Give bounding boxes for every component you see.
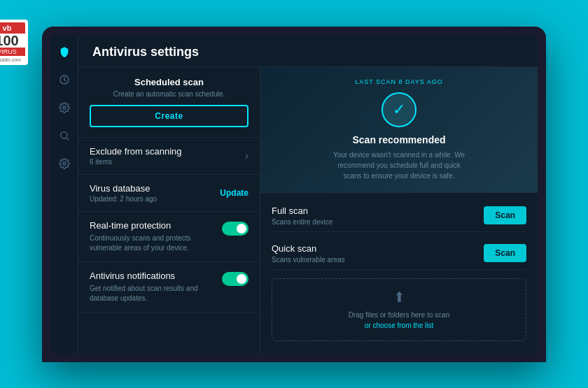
scan-panel: LAST SCAN 8 DAYS AGO ✓ Scan recommended … xyxy=(260,67,538,354)
sidebar xyxy=(50,35,78,354)
main-content: Antivirus settings Scheduled scan Create… xyxy=(78,35,538,354)
sidebar-item-clock[interactable] xyxy=(56,71,73,88)
create-schedule-button[interactable]: Create xyxy=(90,105,248,127)
full-scan-info: Full scan Scans entire device xyxy=(272,206,332,226)
vb-site-label: virusbtn.com xyxy=(0,57,25,62)
choose-from-list-link[interactable]: or choose from the list xyxy=(365,322,433,329)
svg-line-3 xyxy=(66,138,69,140)
vb-label: vb xyxy=(0,22,25,34)
page-header: Antivirus settings xyxy=(78,35,538,67)
full-scan-button[interactable]: Scan xyxy=(484,206,526,224)
last-scan-badge: LAST SCAN 8 DAYS AGO xyxy=(274,78,524,85)
notifications-title: Antivirus notifications xyxy=(90,271,209,281)
vb-virus-label: VIRUS xyxy=(0,48,25,56)
exclude-title: Exclude from scanning xyxy=(90,146,182,157)
virus-database-item: Virus database Updated: 2 hours ago Upda… xyxy=(78,175,260,212)
shield-checkmark-icon: ✓ xyxy=(393,101,405,119)
drag-drop-icon: ⬆ xyxy=(282,289,516,306)
chevron-right-icon: › xyxy=(245,150,248,162)
scheduled-scan-title: Scheduled scan xyxy=(90,77,248,87)
drag-instruction: Drag files or folders here to scan xyxy=(349,311,450,319)
quick-scan-info: Quick scan Scans vulnerable areas xyxy=(272,243,345,264)
drag-drop-zone[interactable]: ⬆ Drag files or folders here to scan or … xyxy=(272,278,526,341)
notifications-info: Antivirus notifications Get notified abo… xyxy=(90,271,209,303)
vb-badge: vb 100 VIRUS virusbtn.com xyxy=(0,20,28,65)
realtime-title: Real-time protection xyxy=(90,220,209,231)
sidebar-item-search[interactable] xyxy=(56,127,73,144)
scheduled-scan-subtitle: Create an automatic scan schedule. xyxy=(90,90,248,98)
drag-drop-text: Drag files or folders here to scan or ch… xyxy=(282,310,516,331)
quick-scan-option: Quick scan Scans vulnerable areas Scan xyxy=(272,238,526,270)
shield-check-icon-wrap: ✓ xyxy=(382,92,416,127)
realtime-subtitle: Continuously scans and protects vulnerab… xyxy=(90,233,209,253)
svg-point-4 xyxy=(63,162,66,165)
quick-scan-button[interactable]: Scan xyxy=(484,244,526,262)
update-database-button[interactable]: Update xyxy=(220,188,248,198)
virus-db-info: Virus database Updated: 2 hours ago xyxy=(90,183,157,203)
svg-point-1 xyxy=(63,106,66,109)
notifications-subtitle: Get notified about scan results and data… xyxy=(90,284,209,303)
full-scan-subtitle: Scans entire device xyxy=(272,218,332,226)
exclude-count: 6 items xyxy=(90,158,182,166)
svg-point-2 xyxy=(60,131,66,138)
quick-scan-subtitle: Scans vulnerable areas xyxy=(272,256,345,264)
scheduled-scan-section: Scheduled scan Create an automatic scan … xyxy=(78,67,260,138)
settings-panel: Scheduled scan Create an automatic scan … xyxy=(78,67,260,354)
notifications-toggle[interactable] xyxy=(222,272,248,286)
virus-db-title: Virus database xyxy=(90,183,157,194)
quick-scan-title: Quick scan xyxy=(272,243,345,254)
exclude-from-scanning-item[interactable]: Exclude from scanning 6 items › xyxy=(78,138,260,175)
sidebar-item-gear[interactable] xyxy=(56,155,73,172)
realtime-info: Real-time protection Continuously scans … xyxy=(90,220,209,253)
recommendation-panel: LAST SCAN 8 DAYS AGO ✓ Scan recommended … xyxy=(260,67,538,193)
scan-options: Full scan Scans entire device Scan Quick… xyxy=(260,193,538,354)
realtime-toggle[interactable] xyxy=(222,222,248,236)
notifications-item: Antivirus notifications Get notified abo… xyxy=(78,262,260,312)
exclude-info: Exclude from scanning 6 items xyxy=(90,146,182,166)
virus-db-subtitle: Updated: 2 hours ago xyxy=(90,195,157,203)
content-columns: Scheduled scan Create an automatic scan … xyxy=(78,67,538,354)
page-title: Antivirus settings xyxy=(92,45,199,59)
full-scan-option: Full scan Scans entire device Scan xyxy=(272,200,526,232)
realtime-protection-item: Real-time protection Continuously scans … xyxy=(78,212,260,262)
recommendation-title: Scan recommended xyxy=(274,134,524,145)
laptop-frame: vb 100 VIRUS virusbtn.com xyxy=(42,27,546,362)
recommendation-description: Your device wasn't scanned in a while. W… xyxy=(329,150,469,181)
sidebar-item-shield[interactable] xyxy=(56,43,73,60)
sidebar-item-settings[interactable] xyxy=(56,99,73,116)
vb-number: 100 xyxy=(0,34,25,48)
full-scan-title: Full scan xyxy=(272,206,332,216)
laptop-screen: Antivirus settings Scheduled scan Create… xyxy=(50,35,538,354)
